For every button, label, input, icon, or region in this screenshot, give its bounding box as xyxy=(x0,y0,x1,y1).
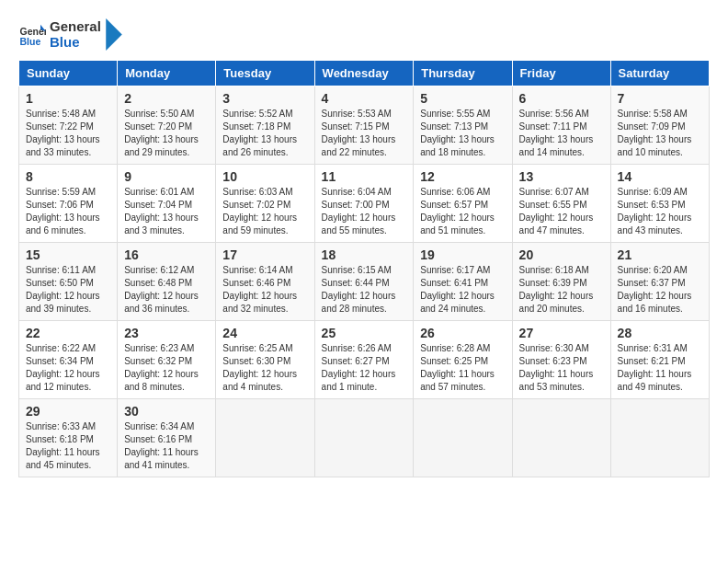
calendar-cell: 18 Sunrise: 6:15 AM Sunset: 6:44 PM Dayl… xyxy=(314,243,414,321)
calendar-week-row: 29 Sunrise: 6:33 AM Sunset: 6:18 PM Dayl… xyxy=(19,399,710,477)
calendar-week-row: 15 Sunrise: 6:11 AM Sunset: 6:50 PM Dayl… xyxy=(19,243,710,321)
calendar-cell: 13 Sunrise: 6:07 AM Sunset: 6:55 PM Dayl… xyxy=(512,165,610,243)
day-info: Sunrise: 6:17 AM Sunset: 6:41 PM Dayligh… xyxy=(420,264,505,316)
day-number: 5 xyxy=(420,91,505,106)
day-number: 7 xyxy=(618,91,702,106)
day-number: 12 xyxy=(420,169,505,184)
col-saturday: Saturday xyxy=(610,61,709,86)
day-number: 20 xyxy=(519,247,604,262)
page-header: General Blue General Blue xyxy=(18,18,710,51)
day-number: 9 xyxy=(124,169,209,184)
day-info: Sunrise: 6:01 AM Sunset: 7:04 PM Dayligh… xyxy=(124,186,209,237)
day-info: Sunrise: 6:30 AM Sunset: 6:23 PM Dayligh… xyxy=(519,342,604,394)
day-number: 21 xyxy=(618,247,702,262)
day-number: 23 xyxy=(124,326,209,340)
day-number: 30 xyxy=(124,404,209,419)
calendar-week-row: 22 Sunrise: 6:22 AM Sunset: 6:34 PM Dayl… xyxy=(19,321,710,399)
calendar-cell: 12 Sunrise: 6:06 AM Sunset: 6:57 PM Dayl… xyxy=(414,165,512,243)
calendar-week-row: 8 Sunrise: 5:59 AM Sunset: 7:06 PM Dayli… xyxy=(19,165,710,243)
calendar-body: 1 Sunrise: 5:48 AM Sunset: 7:22 PM Dayli… xyxy=(19,86,710,477)
calendar-cell: 1 Sunrise: 5:48 AM Sunset: 7:22 PM Dayli… xyxy=(19,86,118,165)
day-number: 2 xyxy=(124,91,209,106)
day-number: 26 xyxy=(420,326,505,340)
day-number: 18 xyxy=(322,247,407,262)
day-number: 3 xyxy=(222,91,307,106)
calendar-cell: 11 Sunrise: 6:04 AM Sunset: 7:00 PM Dayl… xyxy=(314,165,414,243)
calendar-cell: 27 Sunrise: 6:30 AM Sunset: 6:23 PM Dayl… xyxy=(512,321,610,399)
calendar-cell: 21 Sunrise: 6:20 AM Sunset: 6:37 PM Dayl… xyxy=(610,243,709,321)
day-info: Sunrise: 6:09 AM Sunset: 6:53 PM Dayligh… xyxy=(618,186,702,237)
calendar-cell: 23 Sunrise: 6:23 AM Sunset: 6:32 PM Dayl… xyxy=(118,321,216,399)
day-info: Sunrise: 6:03 AM Sunset: 7:02 PM Dayligh… xyxy=(222,186,307,237)
calendar-cell: 8 Sunrise: 5:59 AM Sunset: 7:06 PM Dayli… xyxy=(19,165,118,243)
calendar-cell: 9 Sunrise: 6:01 AM Sunset: 7:04 PM Dayli… xyxy=(118,165,216,243)
calendar-cell: 15 Sunrise: 6:11 AM Sunset: 6:50 PM Dayl… xyxy=(19,243,118,321)
calendar-cell: 6 Sunrise: 5:56 AM Sunset: 7:11 PM Dayli… xyxy=(512,86,610,165)
col-wednesday: Wednesday xyxy=(314,61,414,86)
calendar-cell xyxy=(314,399,414,477)
calendar-cell: 20 Sunrise: 6:18 AM Sunset: 6:39 PM Dayl… xyxy=(512,243,610,321)
day-info: Sunrise: 6:11 AM Sunset: 6:50 PM Dayligh… xyxy=(26,264,110,316)
calendar-cell xyxy=(414,399,512,477)
calendar-cell xyxy=(610,399,709,477)
logo-blue: Blue xyxy=(50,35,101,51)
day-info: Sunrise: 6:18 AM Sunset: 6:39 PM Dayligh… xyxy=(519,264,604,316)
day-info: Sunrise: 5:58 AM Sunset: 7:09 PM Dayligh… xyxy=(618,108,702,159)
col-monday: Monday xyxy=(118,61,216,86)
day-number: 25 xyxy=(322,326,407,340)
day-number: 24 xyxy=(222,326,307,340)
col-tuesday: Tuesday xyxy=(216,61,314,86)
day-number: 27 xyxy=(519,326,604,340)
day-info: Sunrise: 5:55 AM Sunset: 7:13 PM Dayligh… xyxy=(420,108,505,159)
calendar-cell: 3 Sunrise: 5:52 AM Sunset: 7:18 PM Dayli… xyxy=(216,86,314,165)
calendar-cell: 5 Sunrise: 5:55 AM Sunset: 7:13 PM Dayli… xyxy=(414,86,512,165)
day-number: 17 xyxy=(222,247,307,262)
day-info: Sunrise: 5:56 AM Sunset: 7:11 PM Dayligh… xyxy=(519,108,604,159)
day-info: Sunrise: 5:59 AM Sunset: 7:06 PM Dayligh… xyxy=(26,186,110,237)
calendar-cell: 4 Sunrise: 5:53 AM Sunset: 7:15 PM Dayli… xyxy=(314,86,414,165)
day-info: Sunrise: 5:53 AM Sunset: 7:15 PM Dayligh… xyxy=(322,108,407,159)
col-friday: Friday xyxy=(512,61,610,86)
calendar-cell: 17 Sunrise: 6:14 AM Sunset: 6:46 PM Dayl… xyxy=(216,243,314,321)
calendar-cell: 2 Sunrise: 5:50 AM Sunset: 7:20 PM Dayli… xyxy=(118,86,216,165)
calendar-cell: 7 Sunrise: 5:58 AM Sunset: 7:09 PM Dayli… xyxy=(610,86,709,165)
calendar-cell: 16 Sunrise: 6:12 AM Sunset: 6:48 PM Dayl… xyxy=(118,243,216,321)
day-info: Sunrise: 6:34 AM Sunset: 6:16 PM Dayligh… xyxy=(124,420,209,472)
svg-marker-3 xyxy=(106,18,122,51)
day-info: Sunrise: 6:26 AM Sunset: 6:27 PM Dayligh… xyxy=(322,342,407,394)
calendar-cell: 28 Sunrise: 6:31 AM Sunset: 6:21 PM Dayl… xyxy=(610,321,709,399)
day-number: 11 xyxy=(322,169,407,184)
day-info: Sunrise: 6:22 AM Sunset: 6:34 PM Dayligh… xyxy=(26,342,110,394)
day-info: Sunrise: 6:23 AM Sunset: 6:32 PM Dayligh… xyxy=(124,342,209,394)
calendar-cell: 26 Sunrise: 6:28 AM Sunset: 6:25 PM Dayl… xyxy=(414,321,512,399)
day-number: 15 xyxy=(26,247,110,262)
day-number: 22 xyxy=(26,326,110,340)
day-number: 14 xyxy=(618,169,702,184)
day-info: Sunrise: 6:15 AM Sunset: 6:44 PM Dayligh… xyxy=(322,264,407,316)
day-number: 28 xyxy=(618,326,702,340)
day-number: 6 xyxy=(519,91,604,106)
day-info: Sunrise: 6:04 AM Sunset: 7:00 PM Dayligh… xyxy=(322,186,407,237)
logo-icon: General Blue xyxy=(18,21,46,49)
day-number: 29 xyxy=(26,404,110,419)
calendar-cell: 19 Sunrise: 6:17 AM Sunset: 6:41 PM Dayl… xyxy=(414,243,512,321)
calendar-table: Sunday Monday Tuesday Wednesday Thursday… xyxy=(18,60,710,477)
calendar-cell: 24 Sunrise: 6:25 AM Sunset: 6:30 PM Dayl… xyxy=(216,321,314,399)
col-thursday: Thursday xyxy=(414,61,512,86)
day-info: Sunrise: 6:06 AM Sunset: 6:57 PM Dayligh… xyxy=(420,186,505,237)
calendar-header-row: Sunday Monday Tuesday Wednesday Thursday… xyxy=(19,61,710,86)
day-info: Sunrise: 6:25 AM Sunset: 6:30 PM Dayligh… xyxy=(222,342,307,394)
day-info: Sunrise: 5:48 AM Sunset: 7:22 PM Dayligh… xyxy=(26,108,110,159)
day-info: Sunrise: 6:14 AM Sunset: 6:46 PM Dayligh… xyxy=(222,264,307,316)
day-number: 19 xyxy=(420,247,505,262)
day-number: 1 xyxy=(26,91,110,106)
calendar-week-row: 1 Sunrise: 5:48 AM Sunset: 7:22 PM Dayli… xyxy=(19,86,710,165)
calendar-cell xyxy=(216,399,314,477)
calendar-cell: 14 Sunrise: 6:09 AM Sunset: 6:53 PM Dayl… xyxy=(610,165,709,243)
day-number: 16 xyxy=(124,247,209,262)
logo-general: General xyxy=(50,19,101,35)
calendar-cell: 30 Sunrise: 6:34 AM Sunset: 6:16 PM Dayl… xyxy=(118,399,216,477)
calendar-cell: 25 Sunrise: 6:26 AM Sunset: 6:27 PM Dayl… xyxy=(314,321,414,399)
day-info: Sunrise: 5:50 AM Sunset: 7:20 PM Dayligh… xyxy=(124,108,209,159)
logo: General Blue General Blue xyxy=(18,18,123,51)
